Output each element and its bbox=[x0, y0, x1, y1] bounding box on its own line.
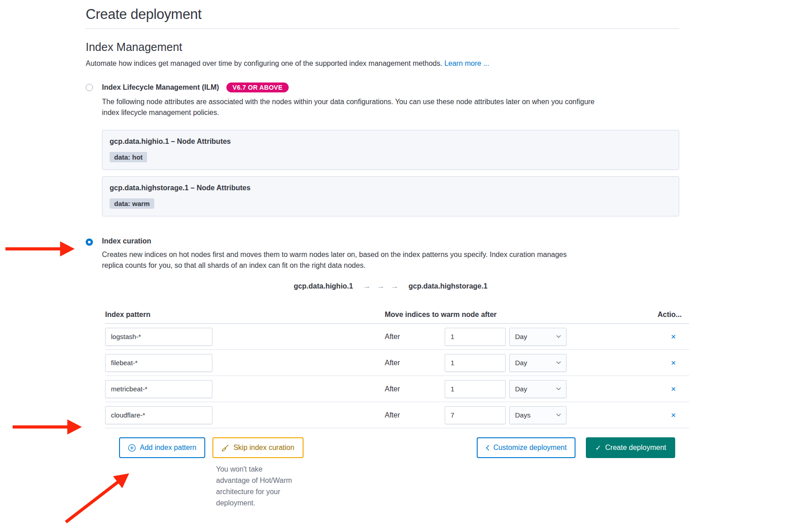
section-heading: Index Management bbox=[86, 41, 679, 54]
intro-text: Automate how indices get managed over ti… bbox=[86, 60, 442, 67]
remove-row-icon[interactable]: × bbox=[671, 385, 676, 393]
index-pattern-input[interactable] bbox=[105, 380, 212, 398]
node-attributes-panel-warm: gcp.data.highstorage.1 – Node Attributes… bbox=[102, 176, 679, 216]
unit-select[interactable]: Days bbox=[509, 406, 566, 424]
move-after-value-input[interactable] bbox=[445, 380, 506, 398]
version-badge: V6.7 OR ABOVE bbox=[226, 83, 289, 92]
after-label: After bbox=[385, 411, 445, 419]
unit-select[interactable]: Day bbox=[509, 380, 566, 398]
unit-select-value: Day bbox=[515, 359, 527, 367]
index-pattern-input[interactable] bbox=[105, 354, 212, 372]
curation-label: Index curation bbox=[102, 237, 151, 245]
index-curation-radio[interactable] bbox=[86, 238, 93, 246]
panel-title: gcp.data.highstorage.1 – Node Attributes bbox=[110, 184, 672, 192]
unit-select[interactable]: Day bbox=[509, 328, 566, 346]
broom-icon bbox=[221, 444, 229, 452]
actions-bar: Add index pattern Skip index curation Cu… bbox=[102, 437, 679, 458]
unit-select-value: Day bbox=[515, 385, 527, 393]
add-button-label: Add index pattern bbox=[140, 444, 196, 452]
index-pattern-input[interactable] bbox=[105, 406, 212, 424]
flow-to-node: gcp.data.highstorage.1 bbox=[409, 282, 488, 290]
create-deployment-page: Create deployment Index Management Autom… bbox=[0, 0, 792, 532]
unit-select-value: Day bbox=[515, 333, 527, 340]
skip-button-label: Skip index curation bbox=[233, 444, 294, 452]
skip-index-curation-button[interactable]: Skip index curation bbox=[212, 437, 303, 458]
chevron-down-icon bbox=[556, 387, 561, 390]
add-index-pattern-button[interactable]: Add index pattern bbox=[119, 437, 205, 458]
table-row: After Day × bbox=[105, 324, 689, 350]
header-index-pattern: Index pattern bbox=[105, 311, 385, 319]
flow-from-node: gcp.data.highio.1 bbox=[294, 282, 353, 290]
hot-warm-flow: gcp.data.highio.1 → → → gcp.data.highsto… bbox=[102, 282, 679, 291]
chevron-down-icon bbox=[556, 413, 561, 417]
panel-title: gcp.data.highio.1 – Node Attributes bbox=[110, 138, 672, 146]
right-arrow-icon: → bbox=[377, 282, 385, 291]
move-after-value-input[interactable] bbox=[445, 406, 506, 424]
chevron-down-icon bbox=[556, 335, 561, 338]
option-ilm: Index Lifecycle Management (ILM) V6.7 OR… bbox=[86, 83, 679, 216]
node-attributes-panel-hot: gcp.data.highio.1 – Node Attributes data… bbox=[102, 130, 679, 170]
after-label: After bbox=[385, 333, 445, 341]
skip-warning-text: You won't take advantage of Hot/Warm arc… bbox=[216, 463, 296, 509]
move-after-value-input[interactable] bbox=[445, 354, 506, 372]
ilm-description: The following node attributes are associ… bbox=[102, 96, 603, 118]
option-index-curation: Index curation Creates new indices on ho… bbox=[86, 237, 679, 509]
move-after-value-input[interactable] bbox=[445, 328, 506, 346]
ilm-label: Index Lifecycle Management (ILM) bbox=[102, 83, 219, 92]
remove-row-icon[interactable]: × bbox=[671, 358, 676, 367]
title-divider bbox=[86, 28, 679, 29]
learn-more-link[interactable]: Learn more ... bbox=[444, 60, 489, 67]
curation-description: Creates new indices on hot nodes first a… bbox=[102, 249, 580, 271]
table-row: After Day × bbox=[105, 350, 689, 376]
create-button-label: Create deployment bbox=[605, 444, 666, 452]
unit-select-value: Days bbox=[515, 411, 530, 419]
table-row: After Day × bbox=[105, 376, 689, 402]
check-icon: ✓ bbox=[595, 444, 601, 452]
flow-arrows: → → → bbox=[363, 282, 399, 291]
unit-select[interactable]: Day bbox=[509, 354, 566, 372]
right-arrow-icon: → bbox=[363, 282, 371, 291]
remove-row-icon[interactable]: × bbox=[671, 332, 676, 341]
index-pattern-table: Index pattern Move indices to warm node … bbox=[105, 307, 689, 428]
table-row-cloudflare: After Days × bbox=[105, 402, 689, 428]
customize-button-label: Customize deployment bbox=[493, 444, 567, 452]
chevron-down-icon bbox=[556, 361, 561, 364]
index-pattern-input[interactable] bbox=[105, 328, 212, 346]
section-intro: Automate how indices get managed over ti… bbox=[86, 58, 679, 69]
header-actions: Actio... bbox=[658, 311, 689, 319]
plus-in-circle-icon bbox=[128, 444, 136, 452]
after-label: After bbox=[385, 385, 445, 393]
ilm-radio[interactable] bbox=[86, 84, 93, 91]
node-attribute-badge: data: warm bbox=[110, 198, 154, 209]
node-attribute-badge: data: hot bbox=[110, 152, 147, 162]
customize-deployment-button[interactable]: Customize deployment bbox=[477, 437, 576, 458]
after-label: After bbox=[385, 359, 445, 367]
chevron-left-icon bbox=[486, 445, 489, 451]
table-header-row: Index pattern Move indices to warm node … bbox=[105, 307, 689, 324]
remove-row-icon[interactable]: × bbox=[671, 411, 676, 419]
header-move-indices: Move indices to warm node after bbox=[385, 311, 658, 319]
create-deployment-button[interactable]: ✓ Create deployment bbox=[586, 437, 675, 458]
page-title: Create deployment bbox=[86, 6, 679, 23]
right-arrow-icon: → bbox=[391, 282, 399, 291]
